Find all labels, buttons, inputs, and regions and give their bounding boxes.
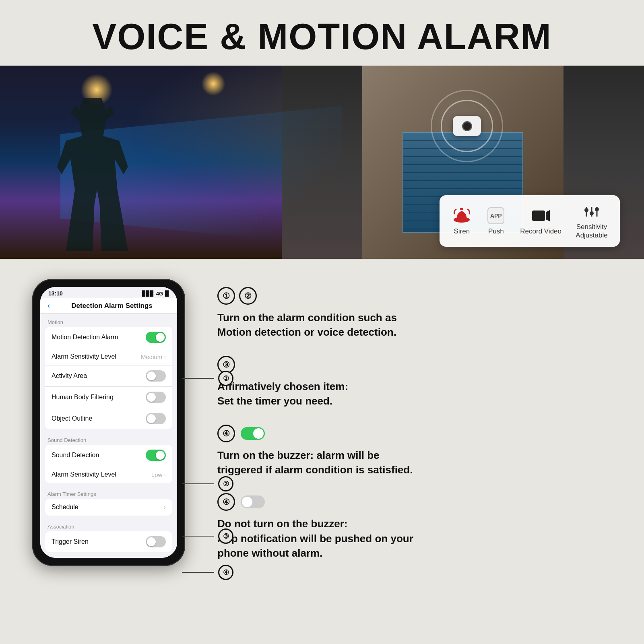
desc-nums-4-on: ④ [217,425,612,442]
network-label: 4G [156,291,163,297]
activity-area-row: Activity Area [45,365,172,387]
record-video-icon [531,207,551,225]
ceiling-light-2 [201,72,225,96]
sensitivity-label: Sensitivity Adjustable [576,223,608,239]
svg-rect-1 [460,208,463,210]
activity-area-toggle[interactable] [146,370,166,382]
alarm-sensitivity-motion-label: Alarm Sensitivity Level [52,353,116,360]
app-icon-box: APP [487,207,504,224]
phone-screen: 13:10 ▊▊▊ 4G ▉ ‹ Detection Alarm Setting… [40,287,177,558]
toolbar-item-record: Record Video [520,207,561,235]
intruder-body [48,98,137,251]
sensitivity-icon [582,202,602,221]
sound-detection-header: Sound Detection [40,431,177,445]
association-settings-group: Trigger Siren [45,531,172,552]
desc-text-4-off: Do not turn on the buzzer:App notificati… [217,516,612,560]
annotation-3: ③ [182,528,233,544]
desc-text-4-on: Turn on the buzzer: alarm will betrigger… [217,448,612,477]
annotation-1: ① [182,371,233,386]
chevron-icon-sound: › [164,471,166,478]
siren-label: Siren [454,227,470,235]
annotation-num-4: ④ [218,565,233,580]
camera-body [453,116,481,136]
motion-detection-toggle[interactable] [146,332,166,343]
motion-settings-group: Motion Detection Alarm Alarm Sensitivity… [45,327,172,429]
desc-text-1-2: Turn on the alarm condition such asMotio… [217,310,612,340]
svg-point-7 [590,211,594,215]
human-body-filtering-label: Human Body Filtering [52,394,114,401]
signal-icon: ▊▊▊ [142,291,154,297]
annotation-2: ② [182,476,233,491]
alarm-sensitivity-sound-value: Low › [151,471,166,478]
sound-detection-row: Sound Detection [45,445,172,466]
chevron-icon: › [164,353,166,360]
association-header: Association [40,518,177,531]
alarm-sensitivity-sound-label: Alarm Sensitivity Level [52,471,116,478]
phone-back-button[interactable]: ‹ [47,301,50,310]
status-time: 13:10 [48,290,63,297]
svg-rect-2 [532,211,545,221]
toggle-off-illustration [241,495,265,508]
camera-container [431,90,503,162]
push-icon: APP [486,207,506,225]
status-right: ▊▊▊ 4G ▉ [142,291,169,297]
toolbar-item-push: APP Push [486,207,506,235]
motion-section: Motion Motion Detection Alarm Alarm Sens… [40,314,177,558]
alarm-sensitivity-sound-row[interactable]: Alarm Sensitivity Level Low › [45,466,172,483]
title-section: VOICE & MOTION ALARM [0,0,644,66]
toggle-on-illustration [241,427,265,440]
phone-mockup: 13:10 ▊▊▊ 4G ▉ ‹ Detection Alarm Setting… [32,279,185,566]
hero-toolbar: Siren APP Push Record Video [440,195,620,247]
timer-settings-group: Schedule › [45,499,172,516]
object-outline-label: Object Outline [52,415,92,422]
object-outline-row: Object Outline [45,408,172,429]
object-outline-toggle[interactable] [146,413,166,424]
battery-icon: ▉ [165,291,169,297]
annotation-num-2: ② [218,476,233,491]
trigger-siren-label: Trigger Siren [52,538,89,545]
page-title: VOICE & MOTION ALARM [8,16,636,58]
toolbar-item-siren: Siren [452,207,472,235]
sound-settings-group: Sound Detection Alarm Sensitivity Level … [45,445,172,483]
timer-settings-header: Alarm Timer Settings [40,485,177,499]
bottom-section: 13:10 ▊▊▊ 4G ▉ ‹ Detection Alarm Setting… [0,259,644,597]
phone-nav-bar: ‹ Detection Alarm Settings [40,298,177,314]
sound-detection-label: Sound Detection [52,452,99,459]
desc-nums-3: ③ [217,356,612,374]
svg-point-5 [584,208,588,212]
svg-point-9 [595,207,599,211]
schedule-row[interactable]: Schedule › [45,499,172,516]
desc-nums-4-off: ④ [217,493,612,511]
desc-num-badge-4-off: ④ [217,493,235,511]
phone-wrapper: 13:10 ▊▊▊ 4G ▉ ‹ Detection Alarm Setting… [32,279,185,577]
activity-area-label: Activity Area [52,372,87,380]
svg-marker-3 [546,210,550,221]
schedule-label: Schedule [52,504,78,511]
desc-num-badge-2: ② [239,287,257,305]
push-label: Push [488,227,504,235]
toolbar-item-sensitivity: Sensitivity Adjustable [576,202,608,239]
desc-row-1-2: ① ② Turn on the alarm condition such asM… [217,287,612,340]
desc-num-badge-4-on: ④ [217,425,235,442]
alarm-sensitivity-motion-value: Medium › [141,353,166,360]
motion-detection-alarm-row: Motion Detection Alarm [45,327,172,348]
desc-row-4-on: ④ Turn on the buzzer: alarm will betrigg… [217,425,612,477]
annotation-line-2 [182,483,214,484]
trigger-siren-toggle[interactable] [146,536,166,547]
siren-icon [452,207,472,225]
desc-num-badge-1: ① [217,287,235,305]
annotation-num-1: ① [218,371,233,386]
annotation-line-3 [182,536,214,537]
phone-nav-title: Detection Alarm Settings [54,302,170,310]
motion-section-header: Motion [40,314,177,327]
alarm-sensitivity-motion-row[interactable]: Alarm Sensitivity Level Medium › [45,348,172,365]
intruder-figure [48,98,137,251]
human-body-filtering-toggle[interactable] [146,392,166,403]
motion-detection-label: Motion Detection Alarm [52,334,118,341]
hero-section: Siren APP Push Record Video [0,66,644,259]
annotation-line-4 [182,572,214,573]
camera-lens [462,121,472,131]
annotation-line-1 [182,378,214,379]
description-section: ① ② Turn on the alarm condition such asM… [217,279,612,577]
sound-detection-toggle[interactable] [146,450,166,461]
